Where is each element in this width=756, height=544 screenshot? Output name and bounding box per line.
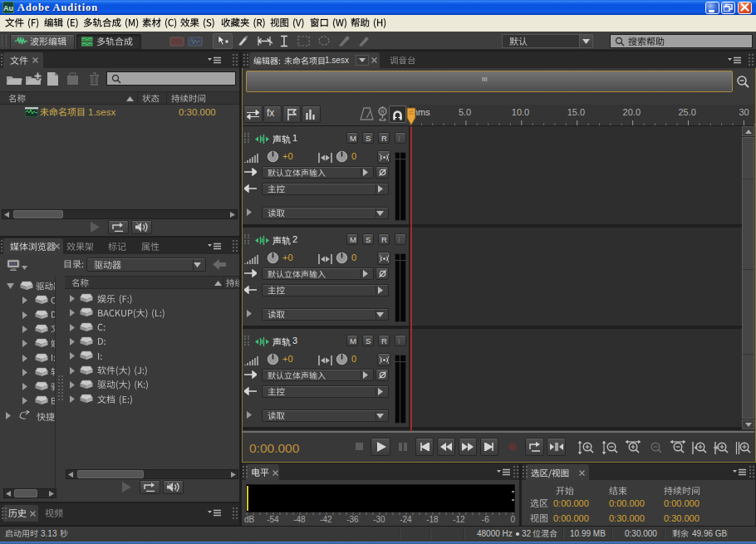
svg-text:R: R — [380, 109, 385, 115]
svg-text:Au: Au — [3, 4, 13, 12]
